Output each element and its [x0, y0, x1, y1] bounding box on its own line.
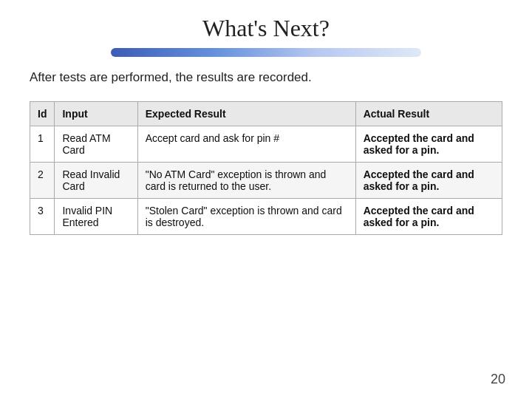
- cell-actual: Accepted the card and asked for a pin.: [355, 163, 502, 199]
- decorative-bar: [111, 48, 421, 57]
- cell-input: Read ATM Card: [55, 126, 137, 163]
- col-header-expected: Expected Result: [137, 102, 355, 126]
- cell-id: 1: [30, 126, 55, 163]
- table-header-row: Id Input Expected Result Actual Result: [30, 102, 502, 126]
- cell-input: Invalid PIN Entered: [55, 199, 137, 235]
- cell-actual: Accepted the card and asked for a pin.: [355, 126, 502, 163]
- cell-id: 3: [30, 199, 55, 235]
- slide: What's Next? After tests are performed, …: [0, 0, 532, 399]
- col-header-id: Id: [30, 102, 55, 126]
- results-table: Id Input Expected Result Actual Result 1…: [30, 101, 502, 235]
- slide-subtitle: After tests are performed, the results a…: [30, 70, 502, 85]
- cell-actual: Accepted the card and asked for a pin.: [355, 199, 502, 235]
- table-row: 2Read Invalid Card"No ATM Card" exceptio…: [30, 163, 502, 199]
- table-row: 3Invalid PIN Entered"Stolen Card" except…: [30, 199, 502, 235]
- cell-expected: "Stolen Card" exception is thrown and ca…: [137, 199, 355, 235]
- cell-expected: "No ATM Card" exception is thrown and ca…: [137, 163, 355, 199]
- page-number: 20: [491, 372, 505, 387]
- cell-expected: Accept card and ask for pin #: [137, 126, 355, 163]
- table-row: 1Read ATM CardAccept card and ask for pi…: [30, 126, 502, 163]
- cell-input: Read Invalid Card: [55, 163, 137, 199]
- slide-title: What's Next?: [30, 15, 502, 42]
- col-header-actual: Actual Result: [355, 102, 502, 126]
- col-header-input: Input: [55, 102, 137, 126]
- cell-id: 2: [30, 163, 55, 199]
